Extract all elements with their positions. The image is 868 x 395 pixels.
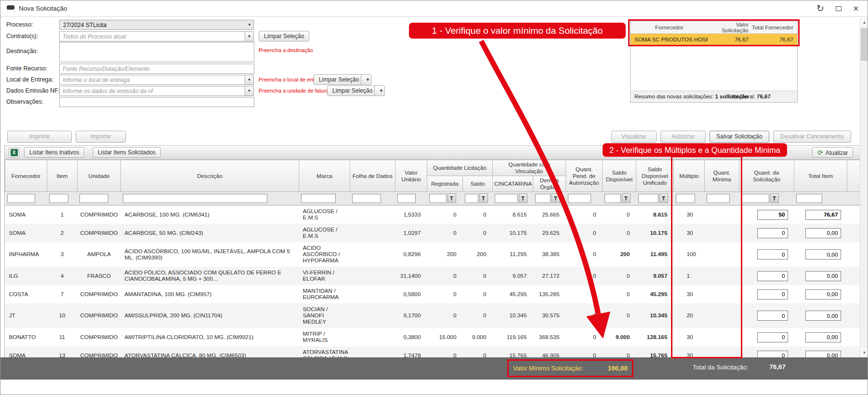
imprimir-autorizacao-button[interactable]: Imprimir Autorização	[7, 131, 72, 143]
scroll-down-icon[interactable]: ▼	[860, 348, 868, 357]
atualizar-button[interactable]: ⟳Atualizar	[812, 147, 853, 158]
grid-row[interactable]: ILG4FRASCOÁCIDO FÓLICO, ASSOCIADO COM QU…	[5, 267, 861, 285]
col-header-quant-minima[interactable]: Quant. Mínima	[705, 160, 739, 192]
supplier-col-valor[interactable]: Valor Solicitação	[708, 22, 751, 33]
autorizar-button[interactable]: Autorizar	[660, 131, 706, 143]
total-item-input[interactable]	[805, 311, 841, 321]
filter-input-demais[interactable]	[535, 194, 551, 203]
local-entrega-add-button[interactable]: +	[361, 74, 371, 85]
destinacao-textarea[interactable]	[59, 42, 254, 62]
window-close-icon[interactable]: ✕	[849, 2, 863, 15]
filter-funnel-icon[interactable]	[659, 193, 668, 203]
salvar-solicitacao-button[interactable]: Salvar Solicitação	[710, 131, 769, 143]
total-item-input[interactable]	[805, 332, 841, 342]
contratos-limpar-selecao-button[interactable]: Limpar Seleção	[259, 31, 309, 41]
grid-row[interactable]: SOMA13COMPRIMIDOATORVASTATINA CÁLCICA, 8…	[5, 346, 861, 357]
col-header-cincatarina[interactable]: CINCATARINA	[493, 176, 533, 192]
filter-funnel-icon[interactable]	[552, 193, 560, 203]
filter-funnel-icon[interactable]	[519, 193, 527, 203]
export-excel-button[interactable]: X	[9, 148, 19, 158]
col-header-item[interactable]: Item	[47, 160, 78, 192]
total-item-input[interactable]	[805, 228, 841, 238]
processo-combobox[interactable]: 27/2024 STLicita ▼	[59, 20, 254, 30]
grid-row[interactable]: COSTA7COMPRIMIDOAMANTADINA, 100 MG. (CIM…	[5, 285, 861, 303]
grid-row[interactable]: SOMA1COMPRIMIDOACARBOSE, 100 MG. (CIM634…	[5, 205, 861, 224]
visualizar-ata-button[interactable]: Visualizar Ata	[611, 131, 657, 143]
col-header-multiplo[interactable]: Múltiplo	[674, 160, 705, 192]
quant-solicitacao-input[interactable]	[757, 311, 788, 321]
filter-input-folha[interactable]	[352, 194, 381, 203]
dados-nf-add-button[interactable]: +	[374, 85, 385, 96]
col-header-registrada[interactable]: Registrada	[427, 176, 463, 192]
total-item-input[interactable]	[805, 271, 841, 281]
total-item-input[interactable]	[805, 351, 841, 358]
col-header-valor-unitario[interactable]: Valor Unitário	[395, 160, 427, 192]
vertical-scrollbar[interactable]: ▲ ▼	[860, 18, 868, 357]
supplier-row[interactable]: SOMA SC PRODUTOS HOSPITALARES LTDA 76,67…	[631, 34, 797, 45]
quant-solicitacao-input[interactable]	[757, 228, 788, 238]
dados-nf-limpar-selecao-button[interactable]: Limpar Seleção	[327, 85, 378, 96]
filter-input-qsol[interactable]	[741, 194, 769, 203]
quant-solicitacao-input[interactable]	[757, 351, 788, 358]
filter-input-saldo[interactable]	[465, 194, 478, 203]
supplier-col-fornecedor[interactable]: Fornecedor	[631, 25, 708, 30]
listar-itens-solicitados-button[interactable]: Listar Itens Solicitados	[92, 147, 161, 158]
filter-input-mult[interactable]	[676, 194, 695, 203]
observacoes-input[interactable]	[59, 97, 254, 107]
filter-input-sd[interactable]	[605, 194, 621, 203]
scrollbar-thumb[interactable]	[861, 28, 868, 61]
col-header-fornecedor[interactable]: Fornecedor	[5, 160, 47, 192]
filter-funnel-icon[interactable]	[447, 193, 456, 203]
col-header-marca[interactable]: Marca	[299, 160, 350, 192]
quant-solicitacao-input[interactable]	[757, 271, 788, 281]
dados-nf-dropdown-button[interactable]: ▼	[245, 86, 254, 96]
total-item-input[interactable]	[805, 210, 841, 220]
col-header-folha-dados[interactable]: Folha de Dados	[350, 160, 395, 192]
local-entrega-dropdown-button[interactable]: ▼	[245, 75, 254, 85]
quant-solicitacao-input[interactable]	[757, 289, 788, 300]
scroll-up-icon[interactable]: ▲	[860, 18, 868, 27]
col-header-saldo[interactable]: Saldo	[463, 176, 493, 192]
col-header-descricao[interactable]: Descrição	[121, 160, 299, 192]
local-entrega-input[interactable]	[59, 75, 245, 85]
fonte-recurso-input[interactable]	[59, 64, 254, 74]
col-header-saldo-disponivel[interactable]: Saldo Disponível	[603, 160, 636, 192]
filter-input-item[interactable]	[49, 194, 68, 203]
filter-input-unid[interactable]	[79, 194, 108, 203]
filter-input-vu[interactable]	[397, 194, 416, 203]
filter-funnel-icon[interactable]	[770, 193, 779, 203]
filter-input-desc[interactable]	[123, 194, 267, 203]
local-entrega-limpar-selecao-button[interactable]: Limpar Seleção	[314, 74, 364, 85]
filter-input-marca[interactable]	[301, 194, 336, 203]
listar-itens-inativos-button[interactable]: Listar Itens Inativos	[24, 147, 84, 158]
dados-nf-input[interactable]	[59, 86, 245, 96]
filter-input-qmin[interactable]	[707, 194, 730, 203]
grid-row[interactable]: JT10COMPRIMIDOAMISSULPRIDA, 200 MG. (CIN…	[5, 303, 861, 328]
filter-input-cinc[interactable]	[495, 194, 518, 203]
col-header-saldo-unificado[interactable]: Saldo Disponível Unificado	[636, 160, 674, 192]
supplier-col-total[interactable]: Total Fornecedor	[751, 25, 797, 30]
filter-input-forn[interactable]	[7, 194, 35, 203]
filter-funnel-icon[interactable]	[622, 193, 631, 203]
col-header-demais-orgaos[interactable]: Demais Órgãos	[533, 176, 566, 192]
total-item-input[interactable]	[805, 289, 841, 300]
filter-input-total[interactable]	[796, 194, 822, 203]
col-header-unidade[interactable]: Unidade	[78, 160, 121, 192]
quant-solicitacao-input[interactable]	[757, 210, 788, 220]
grid-row[interactable]: INPHARMA3AMPOLAÁCIDO ASCÓRBICO, 100 MG/M…	[5, 242, 861, 267]
grid-row[interactable]: BONATTO11COMPRIMIDOAMITRIPTILINA CLORIDR…	[5, 328, 861, 346]
quant-solicitacao-input[interactable]	[757, 249, 788, 259]
col-header-quant-solicitacao[interactable]: Quant. da Solicitação	[739, 160, 794, 192]
desativar-cancelamento-button[interactable]: Desativar Cancelamento	[773, 131, 851, 143]
filter-input-su[interactable]	[638, 194, 658, 203]
col-header-total-item[interactable]: Total Item	[794, 160, 847, 192]
window-refresh-icon[interactable]: ↻	[814, 2, 827, 15]
grid-row[interactable]: SOMA2COMPRIMIDOACARBOSE, 50 MG. (CIM243)…	[5, 224, 861, 242]
contratos-input[interactable]	[59, 31, 245, 41]
imprimir-anexos-button[interactable]: Imprimir Anexos	[76, 131, 126, 143]
col-header-quant-pend[interactable]: Quant. Pend. de Autorização	[566, 160, 603, 192]
filter-input-pend[interactable]	[568, 194, 591, 203]
window-maximize-icon[interactable]	[832, 2, 845, 15]
filter-input-reg[interactable]	[429, 194, 447, 203]
total-item-input[interactable]	[805, 249, 841, 259]
